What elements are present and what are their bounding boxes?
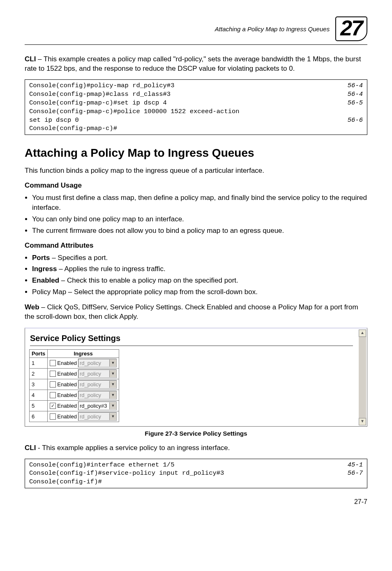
policy-value: rd_policy xyxy=(78,360,109,366)
code-ref xyxy=(359,124,363,133)
attr-label: Enabled xyxy=(32,276,59,284)
policy-select[interactable]: rd_policy ▼ xyxy=(78,412,117,421)
attr-item: Ingress – Applies the rule to ingress tr… xyxy=(32,264,367,274)
policy-value: rd_policy xyxy=(78,413,109,420)
web-body: – Click QoS, DiffServ, Service Policy Se… xyxy=(25,303,358,320)
enabled-checkbox[interactable] xyxy=(50,392,56,398)
cli-intro-paragraph: CLI – This example creates a policy map … xyxy=(25,55,367,74)
code-line: Console(config-if)# xyxy=(29,478,102,486)
attrs-list: Ports – Specifies a port. Ingress – Appl… xyxy=(25,253,367,297)
attr-label: Ingress xyxy=(32,265,57,273)
chevron-down-icon[interactable]: ▼ xyxy=(109,360,116,367)
section-title: Attaching a Policy Map to Ingress Queues xyxy=(25,146,367,160)
scroll-down-icon[interactable]: ▼ xyxy=(359,418,366,425)
policy-value: rd_policy xyxy=(78,371,109,377)
chevron-down-icon[interactable]: ▼ xyxy=(109,370,116,377)
section-intro: This function binds a policy map to the … xyxy=(25,166,367,176)
policy-value: rd_policy xyxy=(78,392,109,398)
usage-list: You must first define a class map, then … xyxy=(25,193,367,235)
code-line: Console(config-pmap)#class rd_class#3 xyxy=(29,90,171,99)
code-ref: 56-4 xyxy=(344,90,363,99)
chevron-down-icon[interactable]: ▼ xyxy=(109,392,116,399)
cli-lead: CLI xyxy=(25,55,36,63)
attr-label: Ports xyxy=(32,254,50,262)
code-line: Console(config-pmap-c)#set ip dscp 4 xyxy=(29,99,167,107)
code-ref: 45-1 xyxy=(344,461,363,469)
enabled-label: Enabled xyxy=(57,371,77,377)
col-ingress: Ingress xyxy=(48,349,119,357)
header-rule xyxy=(25,44,367,45)
port-cell: 6 xyxy=(30,411,48,422)
code-ref: 56-6 xyxy=(344,116,363,125)
page-number: 27-7 xyxy=(25,498,367,506)
enabled-checkbox[interactable] xyxy=(50,371,56,377)
cli2-paragraph: CLI - This example applies a service pol… xyxy=(25,443,367,453)
code-line: set ip dscp 0 xyxy=(29,116,79,125)
figure-heading: Service Policy Settings xyxy=(30,334,363,343)
port-cell: 5 xyxy=(30,400,48,411)
code-line: Console(config)#policy-map rd_policy#3 xyxy=(29,81,174,90)
chapter-number: 27 xyxy=(335,16,367,41)
code-ref: 56-5 xyxy=(344,99,363,107)
chevron-down-icon[interactable]: ▼ xyxy=(109,413,116,420)
code-ref: 56-7 xyxy=(344,469,363,478)
port-cell: 1 xyxy=(30,357,48,368)
command-attributes-heading: Command Attributes xyxy=(25,241,367,250)
attr-item: Policy Map – Select the appropriate poli… xyxy=(32,287,367,297)
attr-text: – Applies the rule to ingress traffic. xyxy=(57,265,165,273)
code-line: Console(config-pmap-c)#police 100000 152… xyxy=(29,107,240,116)
attr-text: Policy Map – Select the appropriate poli… xyxy=(32,288,258,296)
scrollbar[interactable]: ▲ ▼ xyxy=(359,330,366,425)
cli2-body: - This example applies a service policy … xyxy=(36,444,230,452)
enabled-label: Enabled xyxy=(57,403,77,409)
port-cell: 4 xyxy=(30,390,48,400)
web-lead: Web xyxy=(25,303,39,311)
cli-body: – This example creates a policy map call… xyxy=(25,55,361,72)
table-row: 4 Enabled rd_policy ▼ xyxy=(30,390,119,400)
usage-item: You must first define a class map, then … xyxy=(32,193,367,213)
attr-item: Enabled – Check this to enable a policy … xyxy=(32,276,367,286)
code-ref: 56-4 xyxy=(344,81,363,90)
cli2-lead: CLI xyxy=(25,444,36,452)
enabled-checkbox[interactable] xyxy=(50,360,56,366)
policy-select[interactable]: rd_policy ▼ xyxy=(78,391,117,399)
page-header: Attaching a Policy Map to Ingress Queues… xyxy=(25,16,367,41)
figure-heading-rule xyxy=(30,346,353,346)
policy-value: rd_policy#3 xyxy=(78,403,109,409)
scroll-up-icon[interactable]: ▲ xyxy=(359,330,366,337)
code-block-1: Console(config)#policy-map rd_policy#356… xyxy=(25,79,367,135)
code-line: Console(config-pmap-c)# xyxy=(29,124,117,133)
enabled-checkbox[interactable] xyxy=(50,381,56,388)
service-policy-table: Ports Ingress 1 Enabled rd_policy ▼ 2 xyxy=(29,349,119,422)
usage-item: The current firmware does not allow you … xyxy=(32,226,367,236)
col-ports: Ports xyxy=(30,349,48,357)
table-row: 5 ✓ Enabled rd_policy#3 ▼ xyxy=(30,400,119,411)
code-ref xyxy=(359,478,363,486)
code-line: Console(config)#interface ethernet 1/5 xyxy=(29,461,174,469)
figure-caption: Figure 27-3 Service Policy Settings xyxy=(25,430,367,437)
policy-select[interactable]: rd_policy ▼ xyxy=(78,359,117,367)
enabled-checkbox[interactable]: ✓ xyxy=(50,403,56,409)
chevron-down-icon[interactable]: ▼ xyxy=(109,402,116,409)
enabled-label: Enabled xyxy=(57,413,77,420)
policy-select[interactable]: rd_policy ▼ xyxy=(78,380,117,389)
attr-item: Ports – Specifies a port. xyxy=(32,253,367,263)
header-title: Attaching a Policy Map to Ingress Queues xyxy=(215,26,330,32)
port-cell: 3 xyxy=(30,379,48,390)
web-paragraph: Web – Click QoS, DiffServ, Service Polic… xyxy=(25,303,367,322)
enabled-label: Enabled xyxy=(57,392,77,398)
attr-text: – Check this to enable a policy map on t… xyxy=(59,276,238,284)
table-row: 2 Enabled rd_policy ▼ xyxy=(30,368,119,379)
code-ref xyxy=(359,107,363,116)
chevron-down-icon[interactable]: ▼ xyxy=(109,381,116,388)
code-line: Console(config-if)#service-policy input … xyxy=(29,469,224,478)
policy-select[interactable]: rd_policy#3 ▼ xyxy=(78,402,117,410)
policy-select[interactable]: rd_policy ▼ xyxy=(78,369,117,378)
table-row: 6 Enabled rd_policy ▼ xyxy=(30,411,119,422)
enabled-label: Enabled xyxy=(57,360,77,366)
attr-text: – Specifies a port. xyxy=(50,254,108,262)
policy-value: rd_policy xyxy=(78,381,109,388)
table-row: 1 Enabled rd_policy ▼ xyxy=(30,357,119,368)
enabled-checkbox[interactable] xyxy=(50,413,56,420)
usage-item: You can only bind one policy map to an i… xyxy=(32,214,367,224)
